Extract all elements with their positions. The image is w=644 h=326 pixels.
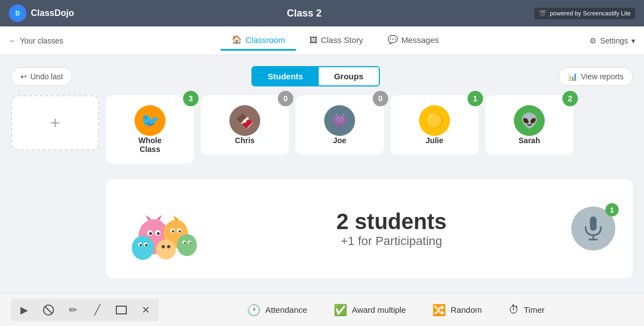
ban-tool[interactable]: [40, 301, 57, 319]
svg-line-32: [45, 306, 52, 314]
svg-point-23: [177, 234, 197, 256]
logo-text: ClassDojo: [31, 8, 74, 18]
rect-tool[interactable]: [112, 301, 130, 319]
student-card-joe[interactable]: 0 👾 Joe: [296, 95, 384, 155]
avatar-joe: 👾: [324, 105, 355, 136]
reports-icon: 📊: [568, 72, 577, 81]
undo-button[interactable]: ↩ Undo last: [11, 67, 72, 86]
nav-bar: ← Your classes 🏠 Classroom 🖼 Class Story…: [0, 26, 644, 55]
info-text: 2 students +1 for Participating: [336, 209, 447, 248]
attendance-button[interactable]: 🕐 Attendance: [247, 303, 307, 317]
svg-marker-8: [157, 215, 162, 220]
student-card-julie[interactable]: 1 🟡 Julie: [390, 95, 479, 155]
award-multiple-button[interactable]: ✅ Award multiple: [334, 303, 406, 317]
svg-point-22: [167, 245, 170, 248]
svg-rect-28: [590, 216, 597, 231]
timer-button[interactable]: ⏱ Timer: [508, 303, 545, 316]
cursor-tool[interactable]: ▶: [15, 301, 33, 319]
name-chris: Chris: [235, 136, 255, 145]
svg-point-5: [149, 232, 152, 235]
close-tool[interactable]: ✕: [137, 301, 154, 319]
plus-icon: +: [50, 113, 61, 133]
badge-julie: 1: [468, 91, 483, 106]
award-sub: +1 for Participating: [336, 234, 447, 248]
settings-button[interactable]: ⚙ Settings ▾: [589, 36, 635, 45]
screencastify-icon: 🎬: [539, 10, 546, 17]
left-column: +: [11, 95, 99, 150]
avatar-sarah: 👽: [514, 105, 545, 136]
svg-point-27: [190, 242, 191, 244]
undo-icon: ↩: [20, 72, 27, 81]
svg-point-26: [184, 242, 186, 244]
name-whole-class: WholeClass: [138, 136, 162, 154]
classroom-icon: 🏠: [232, 35, 242, 45]
toolbar-row: ↩ Undo last Students Groups 📊 View repor…: [11, 66, 633, 86]
svg-point-13: [179, 230, 181, 232]
line-tool[interactable]: ╱: [88, 301, 106, 319]
student-count: 2 students: [336, 209, 447, 234]
svg-text:D: D: [15, 10, 20, 17]
student-card-whole-class[interactable]: 3 🐦 WholeClass: [106, 95, 194, 164]
left-tools: ▶ ✏ ╱ ✕: [11, 299, 159, 321]
back-icon: ←: [9, 36, 17, 45]
back-button[interactable]: ← Your classes: [9, 36, 63, 45]
bottom-actions: 🕐 Attendance ✅ Award multiple 🔀 Random ⏱…: [159, 303, 633, 317]
name-sarah: Sarah: [519, 136, 540, 145]
info-panel: 2 students +1 for Participating: [106, 179, 633, 278]
avatar-chris: 🍫: [229, 105, 260, 136]
students-grid: 3 🐦 WholeClass 0 🍫 Chris 0 👾 Joe: [106, 95, 633, 164]
random-button[interactable]: 🔀 Random: [432, 303, 482, 317]
top-bar: D ClassDojo Class 2 🎬 powered by Screenc…: [0, 0, 644, 26]
svg-point-6: [157, 232, 160, 235]
svg-point-18: [139, 244, 142, 246]
svg-point-21: [162, 245, 165, 248]
nav-tabs: 🏠 Classroom 🖼 Class Story 💬 Messages: [81, 30, 590, 51]
settings-icon: ⚙: [589, 36, 597, 45]
logo: D ClassDojo: [9, 4, 74, 22]
badge-sarah: 2: [562, 91, 578, 106]
screencastify-badge: 🎬 powered by Screencastify Lite: [534, 8, 635, 19]
svg-point-12: [172, 230, 174, 232]
content-area: ↩ Undo last Students Groups 📊 View repor…: [0, 55, 644, 293]
tab-class-story[interactable]: 🖼 Class Story: [298, 31, 374, 51]
students-tab[interactable]: Students: [253, 67, 319, 85]
students-and-info: 3 🐦 WholeClass 0 🍫 Chris 0 👾 Joe: [106, 95, 633, 278]
student-card-sarah[interactable]: 2 👽 Sarah: [485, 95, 573, 155]
mic-button[interactable]: 1: [571, 207, 615, 251]
badge-joe: 0: [373, 91, 388, 106]
mic-badge: 1: [605, 203, 619, 216]
student-card-chris[interactable]: 0 🍫 Chris: [201, 95, 289, 155]
settings-chevron-icon: ▾: [631, 36, 635, 45]
badge-chris: 0: [278, 91, 293, 106]
avatar-whole-class: 🐦: [135, 105, 165, 136]
svg-rect-33: [116, 306, 126, 314]
random-icon: 🔀: [432, 303, 446, 317]
name-joe: Joe: [333, 136, 346, 145]
monsters-illustration: [124, 195, 212, 262]
bottom-bar: ▶ ✏ ╱ ✕ 🕐 Attendance ✅ Award multiple 🔀: [0, 293, 644, 326]
tab-classroom[interactable]: 🏠 Classroom: [221, 30, 296, 51]
attendance-icon: 🕐: [247, 303, 261, 317]
main-content: + 3 🐦 WholeClass 0 🍫 Chris: [11, 95, 633, 278]
avatar-julie: 🟡: [419, 105, 450, 136]
view-reports-button[interactable]: 📊 View reports: [559, 67, 633, 86]
name-julie: Julie: [426, 136, 443, 145]
award-multiple-icon: ✅: [334, 303, 347, 317]
svg-marker-7: [146, 215, 151, 220]
svg-point-19: [145, 244, 147, 246]
badge-whole-class: 3: [183, 91, 198, 106]
logo-icon: D: [9, 4, 26, 22]
messages-icon: 💬: [388, 35, 398, 45]
page-title: Class 2: [287, 8, 321, 19]
tab-messages[interactable]: 💬 Messages: [377, 30, 450, 51]
class-story-icon: 🖼: [309, 35, 318, 45]
timer-icon: ⏱: [508, 303, 519, 316]
pencil-tool[interactable]: ✏: [64, 301, 82, 319]
view-switcher: Students Groups: [251, 66, 380, 86]
groups-tab[interactable]: Groups: [319, 67, 379, 85]
svg-point-15: [132, 236, 154, 260]
add-student-button[interactable]: +: [11, 95, 99, 150]
svg-point-20: [156, 240, 176, 259]
